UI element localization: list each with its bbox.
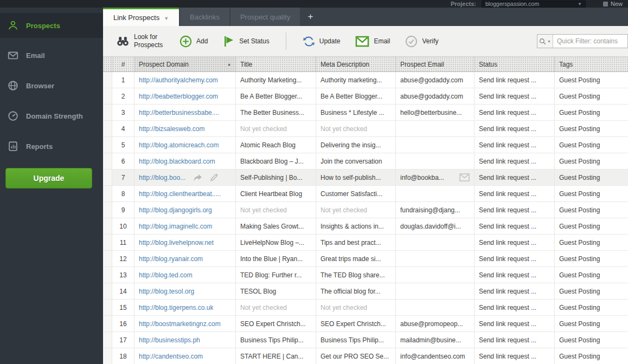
prospect-domain-link[interactable]: http://blog.blackboard.com: [139, 158, 215, 165]
tab-prospect-quality[interactable]: Prospect quality: [230, 8, 300, 26]
prospect-domain-link[interactable]: http://blog.tesol.org: [139, 288, 194, 295]
projects-label: Projects:: [451, 1, 476, 7]
tab-link-prospects[interactable]: Link Prospects ▼: [103, 8, 179, 26]
envelope-icon[interactable]: [459, 173, 470, 181]
table-row[interactable]: 7http://blog.boo...Self-Publishing | Bo.…: [103, 170, 628, 186]
row-edit-action[interactable]: [210, 173, 219, 181]
tab-backlinks[interactable]: Backlinks: [180, 8, 229, 26]
tags-cell-text: Guest Posting: [559, 76, 600, 84]
sidebar-item-label: Email: [26, 51, 45, 60]
meta-description-cell-text: Delivering the insig...: [321, 141, 381, 149]
prospect-domain-link[interactable]: http://blog.ted.com: [139, 271, 193, 279]
table-row[interactable]: 15http://blog.tigerpens.co.ukNot yet che…: [103, 300, 628, 316]
row-gutter: [103, 137, 112, 153]
prospect-domain-link[interactable]: http://authorityalchemy.com: [139, 76, 218, 84]
prospect-domain-link[interactable]: http://blog.tigerpens.co.uk: [139, 304, 213, 311]
header-prospect-domain[interactable]: Prospect Domain ▲: [134, 57, 236, 72]
sidebar-item-label: Domain Strength: [26, 112, 83, 120]
new-project-label: New: [611, 1, 623, 7]
table-row[interactable]: 3http://betterbusinessbabe....The Better…: [103, 105, 628, 121]
pencil-icon[interactable]: [210, 173, 219, 181]
quick-filter-input[interactable]: [553, 35, 627, 48]
sidebar-item-prospects[interactable]: Prospects: [0, 13, 103, 38]
new-project-button[interactable]: New: [603, 1, 623, 7]
table-row[interactable]: 9http://blog.djangogirls.orgNot yet chec…: [103, 202, 628, 218]
prospect-domain-link[interactable]: http://blog.djangogirls.org: [139, 206, 212, 214]
meta-description-cell-text: Great trips made si...: [321, 255, 381, 263]
header-meta-description[interactable]: Meta Description: [316, 57, 396, 72]
send-email-action[interactable]: [459, 173, 470, 181]
prospect-domain-link[interactable]: http://blog.livehelpnow.net: [139, 239, 214, 246]
plus-circle-icon: [180, 35, 192, 48]
table-row[interactable]: 4http://bizsalesweb.comNot yet checkedNo…: [103, 121, 628, 137]
table-row[interactable]: 16http://boostmarketingnz.comSEO Expert …: [103, 316, 628, 332]
title-cell: Self-Publishing | Bo...: [236, 170, 316, 185]
prospect-domain-link[interactable]: http://businesstips.ph: [139, 336, 200, 344]
header-tags[interactable]: Tags: [555, 57, 628, 72]
status-cell-text: Send link request ...: [479, 353, 536, 360]
meta-description-cell-text: Tips and best pract...: [321, 239, 381, 246]
prospect-domain-link[interactable]: http://bizsalesweb.com: [139, 125, 204, 133]
table-row[interactable]: 6http://blog.blackboard.comBlackboard Bl…: [103, 153, 628, 170]
row-number: 4: [112, 121, 134, 136]
status-cell-text: Send link request ...: [479, 76, 536, 84]
status-cell-text: Send link request ...: [479, 271, 536, 279]
table-row[interactable]: 17http://businesstips.phBusiness Tips Ph…: [103, 332, 628, 348]
tags-cell: Guest Posting: [555, 251, 628, 266]
verify-button[interactable]: Verify: [405, 35, 438, 48]
row-number: 1: [112, 72, 134, 88]
prospect-domain-link[interactable]: http://blog.atomicreach.com: [139, 141, 219, 149]
upgrade-button[interactable]: Upgrade: [5, 168, 92, 188]
table-row[interactable]: 18http://candentseo.comSTART HERE | Can.…: [103, 348, 628, 364]
prospect-domain-link[interactable]: http://blog.ryanair.com: [139, 255, 203, 263]
prospect-domain-link[interactable]: http://boostmarketingnz.com: [139, 320, 221, 328]
table-row[interactable]: 1http://authorityalchemy.comAuthority Ma…: [103, 72, 628, 88]
table-row[interactable]: 8http://blog.clientheartbeat.....Client …: [103, 186, 628, 202]
table-row[interactable]: 5http://blog.atomicreach.comAtomic Reach…: [103, 137, 628, 153]
add-tab-button[interactable]: +: [300, 8, 321, 26]
sidebar-item-email[interactable]: Email: [0, 43, 103, 68]
prospect-email-cell: [396, 300, 475, 315]
quick-filter-mode-button[interactable]: ▼: [537, 35, 553, 48]
prospect-domain-link[interactable]: http://blog.imaginellc.com: [139, 223, 212, 230]
table-row[interactable]: 10http://blog.imaginellc.comMaking Sales…: [103, 218, 628, 235]
prospect-domain-link[interactable]: http://candentseo.com: [139, 353, 203, 360]
add-button[interactable]: Add: [180, 35, 208, 48]
prospect-email-cell-text: mailadmin@busine...: [400, 336, 461, 344]
share-icon[interactable]: [193, 174, 202, 181]
chevron-down-icon[interactable]: ▼: [164, 16, 169, 21]
row-share-action[interactable]: [193, 174, 202, 181]
row-gutter: [103, 186, 112, 202]
header-number[interactable]: #: [112, 57, 134, 72]
project-select[interactable]: bloggerspassion.com ▼: [482, 1, 586, 8]
table-row[interactable]: 2http://beabetterblogger.comBe A Better …: [103, 88, 628, 105]
prospect-domain-link[interactable]: http://blog.clientheartbeat.....: [139, 190, 221, 198]
prospect-domain-link[interactable]: http://betterbusinessbabe....: [139, 109, 219, 116]
header-title[interactable]: Title: [236, 57, 316, 72]
sidebar-item-browser[interactable]: Browser: [0, 73, 103, 98]
tags-cell-text: Guest Posting: [559, 304, 600, 311]
prospect-domain-link[interactable]: http://beabetterblogger.com: [139, 93, 218, 100]
table-row[interactable]: 12http://blog.ryanair.comInto the Blue |…: [103, 251, 628, 267]
set-status-button[interactable]: Set Status: [223, 35, 269, 48]
tags-cell-text: Guest Posting: [559, 255, 600, 263]
table-row[interactable]: 11http://blog.livehelpnow.netLiveHelpNow…: [103, 235, 628, 251]
tab-label: Prospect quality: [240, 13, 291, 21]
header-status[interactable]: Status: [475, 57, 555, 72]
tags-cell: Guest Posting: [555, 283, 628, 299]
prospect-domain-cell: http://blog.clientheartbeat.....: [134, 186, 236, 202]
email-button[interactable]: Email: [355, 36, 390, 47]
table-row[interactable]: 13http://blog.ted.comTED Blog: Further r…: [103, 267, 628, 283]
tags-cell-text: Guest Posting: [559, 206, 600, 214]
look-for-prospects-button[interactable]: Look for Prospects: [116, 33, 164, 49]
header-prospect-email[interactable]: Prospect Email: [396, 57, 475, 72]
prospect-email-cell: info@bookba...: [396, 170, 475, 185]
sidebar-item-domain-strength[interactable]: Domain Strength: [0, 103, 103, 128]
prospect-domain-link[interactable]: http://blog.boo...: [139, 174, 185, 181]
table-row[interactable]: 14http://blog.tesol.orgTESOL BlogThe off…: [103, 283, 628, 300]
title-cell: The Better Business...: [236, 105, 316, 120]
status-cell: Send link request ...: [475, 170, 555, 185]
title-cell-text: Authority Marketing...: [240, 76, 302, 84]
sidebar-item-reports[interactable]: Reports: [0, 134, 103, 159]
update-button[interactable]: Update: [303, 35, 341, 48]
